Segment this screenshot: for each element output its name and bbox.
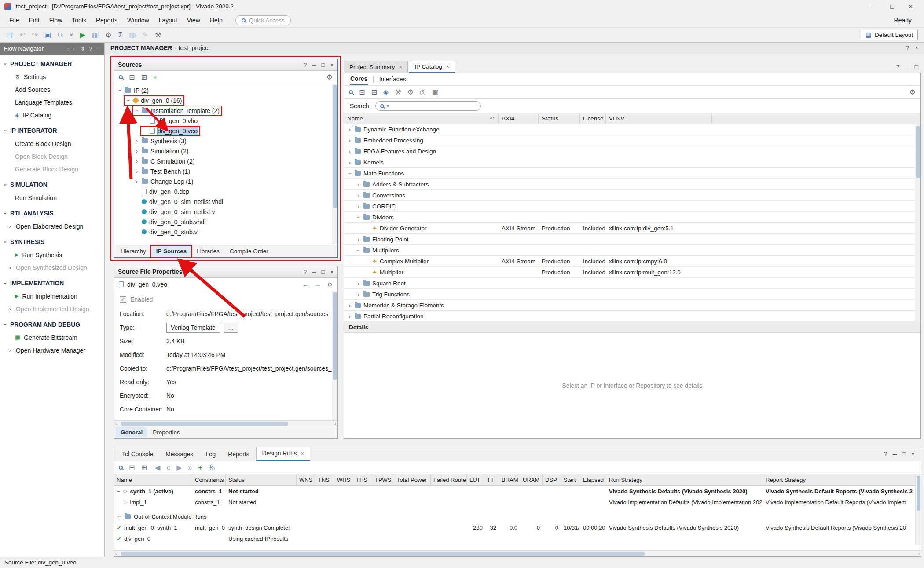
tree-item-instantiation-template[interactable]: ›Instantiation Template (2) <box>114 106 337 116</box>
float-icon[interactable]: □ <box>902 451 906 457</box>
settings-gear-icon[interactable]: ⚙ <box>909 89 916 96</box>
expand-all-icon[interactable]: ⊞ <box>141 74 147 81</box>
ip-row-kernels[interactable]: ›Kernels <box>344 157 920 168</box>
sum-icon[interactable]: Σ <box>118 32 123 39</box>
ip-row-adders-subtracters[interactable]: ›Adders & Subtracters <box>344 179 920 190</box>
run-row-synth-1-active[interactable]: ›▷synth_1 (active)constrs_1Not startedVi… <box>114 486 921 497</box>
expand-arrow-icon[interactable]: › <box>356 204 361 209</box>
expand-arrow-icon[interactable]: › <box>135 178 139 184</box>
tree-item-div-gen-0-veo[interactable]: ›div_gen_0.veo <box>114 126 337 136</box>
column-header-tns[interactable]: TNS <box>315 474 334 485</box>
tools-icon[interactable]: ⚒ <box>155 32 161 39</box>
ip-row-divider-generator[interactable]: ›✦Divider GeneratorAXI4-StreamProduction… <box>344 223 920 234</box>
runs-vertical-scrollbar[interactable] <box>915 474 921 545</box>
flownav-item-generate-block-design[interactable]: Generate Block Design <box>0 163 104 175</box>
section-collapse-icon[interactable]: › <box>3 182 8 187</box>
layout-grid-icon[interactable]: ▦ <box>129 32 136 39</box>
expand-arrow-icon[interactable]: › <box>356 237 361 242</box>
add-repository-icon[interactable]: ◈ <box>383 89 389 96</box>
ip-row-embedded-processing[interactable]: ›Embedded Processing <box>344 135 920 146</box>
menu-reports[interactable]: Reports <box>91 15 122 26</box>
ip-status-icon[interactable]: ◎ <box>420 89 426 96</box>
expand-all-icon[interactable]: ⊞ <box>141 464 147 471</box>
help-icon[interactable]: ? <box>884 451 887 457</box>
settings-gear-icon[interactable]: ⚙ <box>326 74 333 81</box>
flownav-item-open-block-design[interactable]: Open Block Design <box>0 150 104 163</box>
column-header-whs[interactable]: WHS <box>334 474 353 485</box>
run-icon[interactable]: ▶ <box>176 464 182 471</box>
column-header-dsp[interactable]: DSP <box>543 474 561 485</box>
delete-icon[interactable]: × <box>70 32 73 39</box>
flownav-item-run-simulation[interactable]: Run Simulation <box>0 191 104 204</box>
column-header-run-strategy[interactable]: Run Strategy <box>606 474 763 485</box>
ip-row-square-root[interactable]: ›Square Root <box>344 278 920 289</box>
report-icon[interactable]: ▥ <box>92 32 99 39</box>
tab-messages[interactable]: Messages <box>160 448 199 461</box>
run-row-div-gen-0[interactable]: ✓div_gen_0Using cached IP results <box>114 533 921 544</box>
scroll-right-icon[interactable]: › <box>335 421 336 426</box>
more-options-button[interactable]: … <box>224 323 238 333</box>
collapse-arrow-icon[interactable]: › <box>117 88 123 93</box>
expand-arrow-icon[interactable]: › <box>348 302 352 308</box>
flownav-item-open-implemented-design[interactable]: ›Open Implemented Design <box>0 302 104 315</box>
minimize-icon[interactable]: ─ <box>312 269 316 275</box>
edit-icon[interactable]: ✎ <box>143 32 148 39</box>
help-icon[interactable]: ? <box>89 46 92 52</box>
collapse-all-icon[interactable]: ⊟ <box>129 464 135 471</box>
ip-row-dividers[interactable]: ›Dividers <box>344 212 920 223</box>
sfp-vertical-scrollbar[interactable] <box>332 291 337 420</box>
section-collapse-icon[interactable]: › <box>3 281 8 285</box>
column-header-failed-routes[interactable]: Failed Routes <box>431 474 467 485</box>
flownav-section-ip-integrator[interactable]: ›IP INTEGRATOR <box>0 124 104 137</box>
collapse-all-icon[interactable]: ⊟ <box>359 89 365 96</box>
flownav-item-run-synthesis[interactable]: ▶Run Synthesis <box>0 248 104 261</box>
minimize-icon[interactable]: ─ <box>96 46 100 52</box>
expand-arrow-icon[interactable]: › <box>135 168 139 174</box>
runs-group-row[interactable]: ›Out-of-Context Module Runs <box>114 511 921 522</box>
tree-item-div-gen-0-sim-netlist-vhdl[interactable]: ›div_gen_0_sim_netlist.vhdl <box>114 197 337 207</box>
copy-icon[interactable]: ⧉ <box>58 32 62 39</box>
ipcat-search-input[interactable]: ▾ <box>375 101 481 111</box>
tab-tcl-console[interactable]: Tcl Console <box>116 448 159 461</box>
column-header-name[interactable]: Name^1 <box>344 113 499 124</box>
generate-ip-icon[interactable]: ⚙ <box>407 89 413 96</box>
maximize-window-icon[interactable]: □ <box>890 3 894 10</box>
menu-file[interactable]: File <box>4 15 24 26</box>
tab-log[interactable]: Log <box>200 448 221 461</box>
column-header-status[interactable]: Status <box>226 474 297 485</box>
run-row-mult-gen-0-synth-1[interactable]: ✓mult_gen_0_synth_1mult_gen_0synth_desig… <box>114 522 921 533</box>
settings-gear-icon[interactable]: ⚙ <box>327 281 333 288</box>
collapse-arrow-icon[interactable]: › <box>356 248 362 252</box>
layout-selector[interactable]: ▦ Default Layout <box>861 30 918 40</box>
search-icon[interactable] <box>349 90 353 94</box>
scroll-right-icon[interactable]: › <box>918 551 920 556</box>
menu-flow[interactable]: Flow <box>44 15 67 26</box>
expand-arrow-icon[interactable]: › <box>356 193 361 198</box>
pin-icon[interactable]: ⋮⋮ <box>66 46 76 52</box>
scrollbar-thumb[interactable] <box>121 422 288 426</box>
open-recent-icon[interactable]: ▤ <box>6 32 13 39</box>
flownav-item-add-sources[interactable]: Add Sources <box>0 83 104 96</box>
flownav-section-rtl-analysis[interactable]: ›RTL ANALYSIS <box>0 207 104 220</box>
ip-row-memories-storage-elements[interactable]: ›Memories & Storage Elements <box>344 300 920 311</box>
close-icon[interactable]: × <box>911 451 915 457</box>
menu-view[interactable]: View <box>182 15 205 26</box>
runs-horizontal-scrollbar[interactable]: ‹ › <box>114 550 921 556</box>
column-header-license[interactable]: License <box>580 113 606 124</box>
percentage-icon[interactable]: % <box>209 464 215 471</box>
section-collapse-icon[interactable]: › <box>3 211 8 215</box>
collapse-arrow-icon[interactable]: › <box>347 171 353 175</box>
ip-row-trig-functions[interactable]: ›Trig Functions <box>344 289 920 300</box>
expand-arrow-icon[interactable]: › <box>135 138 139 144</box>
flownav-item-create-block-design[interactable]: Create Block Design <box>0 137 104 150</box>
enabled-checkbox[interactable]: ✓ <box>120 296 126 303</box>
float-icon[interactable]: □ <box>915 64 918 70</box>
expand-arrow-icon[interactable]: › <box>8 347 12 353</box>
column-header-constraints[interactable]: Constraints <box>192 474 226 485</box>
column-header-start[interactable]: Start <box>561 474 580 485</box>
column-header-elapsed[interactable]: Elapsed <box>580 474 606 485</box>
column-header-lut[interactable]: LUT <box>467 474 485 485</box>
column-header-axi4[interactable]: AXI4 <box>499 113 539 124</box>
tree-item-c-simulation[interactable]: ›C Simulation (2) <box>114 156 337 166</box>
close-tab-icon[interactable]: × <box>399 64 403 70</box>
